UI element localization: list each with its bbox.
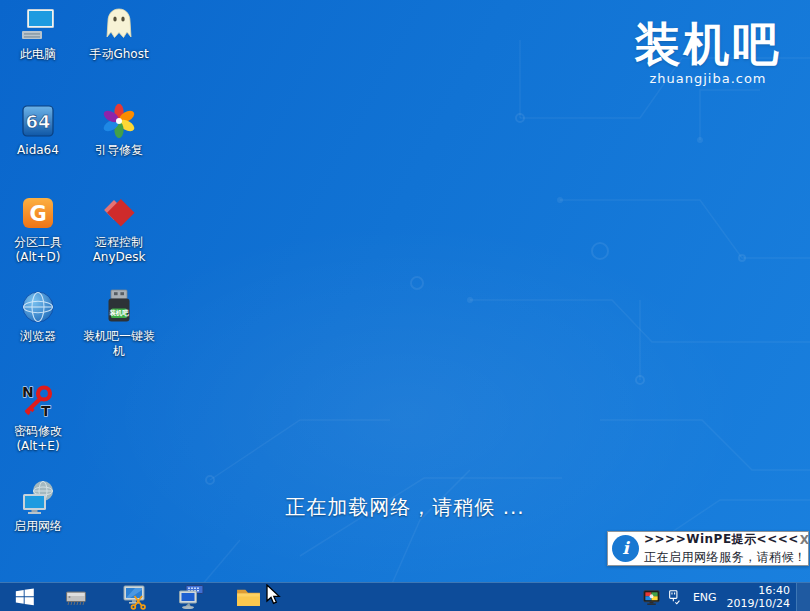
toast-body: >>>>WinPE提示<<<< X 正在启用网络服务，请稍候！ xyxy=(644,531,804,566)
tray-usb-eject[interactable] xyxy=(663,583,685,611)
tray-clock[interactable]: 16:40 2019/10/24 xyxy=(727,584,790,610)
tray-time: 16:40 xyxy=(727,584,790,597)
screen-capture-icon xyxy=(121,583,149,611)
icon-label: 此电脑 xyxy=(0,47,76,62)
taskbar-item-computer-input[interactable] xyxy=(177,583,205,611)
desktop-icon-zhuangjiba-install[interactable]: 装机吧 装机吧一键装机 xyxy=(81,288,157,358)
desktop-icon-aida64[interactable]: 64 Aida64 xyxy=(0,102,76,158)
desktop-icon-manual-ghost[interactable]: 手动Ghost xyxy=(81,6,157,62)
icon-label: Aida64 xyxy=(0,143,76,158)
desktop-icon-boot-repair[interactable]: 引导修复 xyxy=(81,102,157,158)
usb-eject-icon xyxy=(665,588,682,607)
this-pc-icon xyxy=(19,6,57,44)
taskbar: ENG 16:40 2019/10/24 xyxy=(0,582,810,611)
icon-label: 装机吧一键装机 xyxy=(81,329,157,358)
desktop-icon-partition-tool[interactable]: G 分区工具 (Alt+D) xyxy=(0,194,76,264)
icon-label: 浏览器 xyxy=(0,329,76,344)
desktop-icon-browser[interactable]: 浏览器 xyxy=(0,288,76,344)
brand-logo: 装机吧 zhuangjiba.com xyxy=(624,18,792,86)
info-icon: i xyxy=(612,535,639,562)
icon-label: 手动Ghost xyxy=(81,47,157,62)
svg-text:G: G xyxy=(29,202,46,226)
ghost-icon xyxy=(100,6,138,44)
icon-label: 密码修改 xyxy=(0,424,76,439)
windows-flag-icon xyxy=(14,586,36,608)
file-explorer-folder-icon xyxy=(235,584,262,611)
toast-title: >>>>WinPE提示<<<< xyxy=(644,531,799,548)
taskbar-item-memory-tool[interactable] xyxy=(62,583,90,611)
boot-repair-pinwheel-icon xyxy=(100,102,138,140)
browser-globe-icon xyxy=(19,288,57,326)
winpe-desktop: 装机吧 zhuangjiba.com 此电脑 手动Ghost xyxy=(0,0,810,611)
icon-label-sub: (Alt+E) xyxy=(0,439,76,454)
desktop-icon-anydesk[interactable]: 远程控制 AnyDesk xyxy=(81,194,157,264)
winpe-toast: i >>>>WinPE提示<<<< X 正在启用网络服务，请稍候！ xyxy=(607,531,809,566)
icon-label: 分区工具 xyxy=(0,235,76,250)
aida64-icon: 64 xyxy=(19,102,57,140)
language-indicator[interactable]: ENG xyxy=(693,591,717,604)
anydesk-diamond-icon xyxy=(100,194,138,232)
icon-label: 引导修复 xyxy=(81,143,157,158)
loading-status-text: 正在加载网络，请稍候 ... xyxy=(0,494,810,521)
desktop-icon-password-change[interactable]: N T 密码修改 (Alt+E) xyxy=(0,383,76,453)
icon-label-sub: (Alt+D) xyxy=(0,250,76,265)
logo-title: 装机吧 xyxy=(624,18,792,70)
desktop-icon-this-pc[interactable]: 此电脑 xyxy=(0,6,76,62)
svg-text:装机吧: 装机吧 xyxy=(108,309,129,317)
usb-installer-icon: 装机吧 xyxy=(100,288,138,326)
system-tray: ENG 16:40 2019/10/24 xyxy=(641,583,810,611)
logo-domain: zhuangjiba.com xyxy=(624,71,792,86)
svg-text:64: 64 xyxy=(25,111,50,132)
icon-label: 启用网络 xyxy=(0,519,76,534)
svg-text:T: T xyxy=(41,403,51,419)
svg-text:N: N xyxy=(22,384,34,400)
icon-label-sub: AnyDesk xyxy=(81,250,157,265)
taskbar-item-file-explorer[interactable] xyxy=(234,583,262,611)
tray-date: 2019/10/24 xyxy=(727,597,790,610)
tray-display-settings[interactable] xyxy=(641,583,663,611)
show-desktop-button[interactable] xyxy=(796,583,810,611)
memory-chip-icon xyxy=(63,584,89,610)
icon-label: 远程控制 xyxy=(81,235,157,250)
display-settings-icon xyxy=(642,588,661,607)
computer-keyboard-icon xyxy=(177,583,205,611)
toast-message: 正在启用网络服务，请稍候！ xyxy=(644,549,804,566)
taskbar-item-screen-capture[interactable] xyxy=(121,583,149,611)
nt-password-key-icon: N T xyxy=(19,383,57,421)
diskgenius-icon: G xyxy=(19,194,57,232)
start-button[interactable] xyxy=(8,583,42,611)
toast-close-button[interactable]: X xyxy=(799,533,810,547)
